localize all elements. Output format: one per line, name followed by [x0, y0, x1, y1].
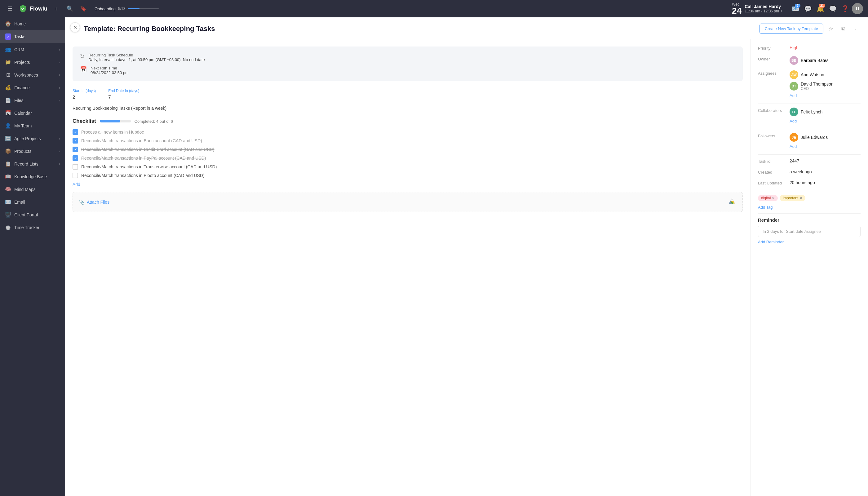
onboarding-widget[interactable]: Onboarding 5/13 — [95, 6, 159, 11]
sidebar-item-home[interactable]: 🏠 Home — [0, 17, 65, 30]
template-header: Template: Recurring Bookkeeping Tasks Cr… — [65, 17, 868, 39]
end-date-field: End Date In (days) 7 — [108, 89, 139, 99]
checkbox-4[interactable] — [73, 155, 78, 161]
sidebar-item-calendar[interactable]: 📅 Calendar — [0, 107, 65, 119]
help-button[interactable]: ❓ — [839, 3, 851, 14]
meta-divider-3 — [758, 154, 861, 155]
search-icon[interactable]: 🔍 — [65, 4, 75, 14]
star-icon[interactable]: ☆ — [826, 24, 836, 34]
checkbox-6[interactable] — [73, 173, 78, 178]
create-task-button[interactable]: Create New Task by Template — [760, 24, 823, 34]
sidebar-item-clientportal[interactable]: 🖥️ Client Portal — [0, 208, 65, 221]
sidebar-item-recordlists[interactable]: 📋 Record Lists › — [0, 157, 65, 170]
template-main: ↻ Recurring Task Schedule Daily, Interva… — [65, 39, 750, 496]
attach-icon: 📎 — [79, 200, 84, 205]
calendar-icon: 📅 — [5, 110, 11, 116]
schedule-box: ↻ Recurring Task Schedule Daily, Interva… — [73, 46, 743, 81]
assignees-add-button[interactable]: Add — [790, 93, 834, 98]
comment-button[interactable]: 🗨️ — [827, 3, 838, 14]
sidebar-item-crm[interactable]: 👥 CRM › — [0, 43, 65, 56]
checklist-text-2: Reconcile/Match transactions in Banc acc… — [81, 138, 202, 143]
email-icon: ✉️ — [5, 199, 11, 205]
task-id-value: 2447 — [790, 158, 861, 164]
sidebar-item-mindmaps[interactable]: 🧠 Mind Maps — [0, 183, 65, 196]
checklist-item: Reconcile/Match transactions in PayPal a… — [73, 155, 743, 161]
last-updated-row: Last Updated 20 hours ago — [758, 180, 861, 185]
checkbox-3[interactable] — [73, 146, 78, 152]
google-drive-icon[interactable] — [728, 197, 736, 207]
schedule-value: Daily, Interval in days: 1, at 03:50 pm … — [88, 57, 205, 62]
attach-files-button[interactable]: 📎 Attach Files — [79, 200, 109, 205]
sidebar-item-workspaces[interactable]: ⊞ Workspaces › — [0, 68, 65, 81]
myteam-icon: 👤 — [5, 123, 11, 129]
calendar-event[interactable]: Call James Hardy 11:36 am - 12:36 pm + — [745, 4, 782, 13]
sidebar-item-finance[interactable]: 💰 Finance › — [0, 81, 65, 94]
user-avatar[interactable]: U — [852, 3, 863, 14]
tags-list: digital ✕ important ✕ — [758, 195, 861, 203]
hamburger-icon[interactable]: ☰ — [5, 4, 15, 14]
mail-button[interactable]: 📧 7 — [790, 3, 801, 14]
schedule-label: Recurring Task Schedule — [88, 53, 205, 57]
tag-important-close[interactable]: ✕ — [800, 196, 802, 200]
checklist-status: Completed: 4 out of 6 — [135, 119, 173, 124]
collaborators-list: FL Felix Lynch Add — [790, 108, 822, 123]
topnav: ☰ Flowlu ＋ 🔍 🔖 Onboarding 5/13 Wed 24 Ca… — [0, 0, 868, 17]
checklist-items: Process all new items in Hubdoc Reconcil… — [73, 129, 743, 178]
sidebar-item-agile[interactable]: 🔄 Agile Projects › — [0, 132, 65, 145]
sidebar-item-email[interactable]: ✉️ Email — [0, 196, 65, 208]
followers-add-button[interactable]: Add — [790, 144, 828, 149]
template-modal: ✕ Template: Recurring Bookkeeping Tasks … — [65, 17, 868, 496]
bookmark-icon[interactable]: 🔖 — [78, 4, 88, 14]
assignee-david: DT David Thompson CEO — [790, 81, 834, 91]
schedule-row-repeat: ↻ Recurring Task Schedule Daily, Interva… — [80, 53, 735, 62]
tag-digital-close[interactable]: ✕ — [772, 196, 775, 200]
home-icon: 🏠 — [5, 21, 11, 27]
close-button[interactable]: ✕ — [70, 22, 80, 32]
checklist-item: Reconcile/Match transactions in Transfer… — [73, 164, 743, 170]
content-area: ✕ Template: Recurring Bookkeeping Tasks … — [65, 17, 868, 496]
more-options-icon[interactable]: ⋮ — [851, 24, 861, 34]
sidebar-item-projects[interactable]: 📁 Projects › — [0, 56, 65, 68]
assignee-ann: AW Ann Watson — [790, 71, 834, 79]
chat-button[interactable]: 💬 — [802, 3, 813, 14]
checkbox-1[interactable] — [73, 129, 78, 135]
checkbox-5[interactable] — [73, 164, 78, 170]
add-icon[interactable]: ＋ — [51, 4, 61, 14]
reminder-box: In 2 days for Start date Assignee — [758, 226, 861, 237]
task-description: Recurring Bookkeeping Tasks (Report in a… — [73, 106, 743, 111]
template-body: ↻ Recurring Task Schedule Daily, Interva… — [65, 39, 868, 496]
template-title: Template: Recurring Bookkeeping Tasks — [84, 25, 756, 33]
sidebar-item-timetracker[interactable]: ⏱️ Time Tracker — [0, 221, 65, 234]
checkbox-2[interactable] — [73, 138, 78, 143]
collaborators-add-button[interactable]: Add — [790, 119, 822, 123]
projects-icon: 📁 — [5, 59, 11, 65]
sidebar-item-myteam[interactable]: 👤 My Team — [0, 119, 65, 132]
checklist-add-button[interactable]: Add — [73, 182, 743, 187]
add-tag-button[interactable]: Add Tag — [758, 205, 861, 210]
header-actions: Create New Task by Template ☆ ⧉ ⋮ — [760, 24, 861, 34]
onboarding-progress-bar — [128, 8, 159, 9]
nav-actions: 📧 7 💬 🔔 21 🗨️ ❓ U — [790, 3, 863, 14]
sidebar-item-tasks[interactable]: ✓ Tasks — [0, 30, 65, 43]
tag-important: important ✕ — [780, 195, 805, 201]
bell-button[interactable]: 🔔 21 — [815, 3, 826, 14]
dates-row: Start In (days) 2 End Date In (days) 7 — [73, 89, 743, 99]
checklist-text-4: Reconcile/Match transactions in PayPal a… — [81, 156, 206, 160]
sidebar-item-products[interactable]: 📦 Products › — [0, 145, 65, 157]
template-sidebar: Priority High Owner BB Barbara Bates — [750, 39, 868, 496]
reminder-section: Reminder In 2 days for Start date Assign… — [758, 217, 861, 244]
sidebar-item-knowledge[interactable]: 📖 Knowledge Base — [0, 170, 65, 183]
checklist-progress-fill — [100, 120, 120, 122]
created-row: Created a week ago — [758, 169, 861, 174]
calendar-widget: Wed 24 Call James Hardy 11:36 am - 12:36… — [732, 2, 782, 15]
recordlists-icon: 📋 — [5, 161, 11, 167]
checklist-item: Reconcile/Match transactions in Credit C… — [73, 146, 743, 152]
checklist-text-6: Reconcile/Match transactions in Plooto a… — [81, 173, 205, 178]
sidebar-item-files[interactable]: 📄 Files › — [0, 94, 65, 107]
add-reminder-button[interactable]: Add Reminder — [758, 239, 861, 244]
onboarding-progress-fill — [128, 8, 140, 9]
felix-avatar: FL — [790, 108, 798, 116]
external-link-icon[interactable]: ⧉ — [838, 24, 848, 34]
app-logo[interactable]: Flowlu — [19, 4, 47, 13]
priority-value: High — [790, 45, 861, 50]
